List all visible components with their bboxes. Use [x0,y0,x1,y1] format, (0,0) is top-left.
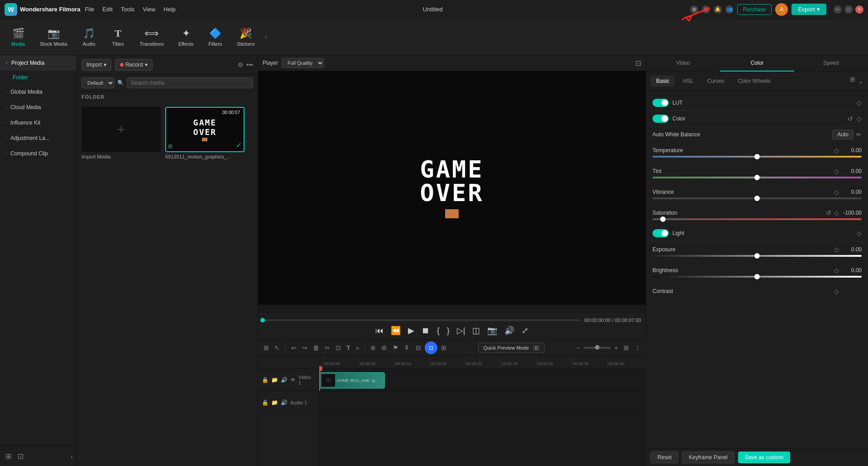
fullscreen-button[interactable]: ⤢ [522,326,528,336]
reset-button[interactable]: Reset [651,452,678,463]
sidebar-item-influence-kit[interactable]: › Influence Kit [0,115,77,130]
light-toggle[interactable] [652,229,669,237]
avatar[interactable]: A [775,3,788,16]
sidebar-item-project-media[interactable]: ▾ Project Media [0,55,77,71]
video-clip[interactable]: GO GAME 3511_moti...g... [319,372,385,389]
track-audio-icon[interactable]: 🔊 [281,377,288,383]
lut-toggle[interactable] [652,99,669,107]
save-custom-button[interactable]: Save as custom [738,452,790,463]
tool-media[interactable]: 🎬 Media [5,25,32,49]
notification-icon[interactable]: 🔔 [714,5,722,14]
add-folder-button[interactable]: ⊞ [4,450,13,462]
auto-wb-button[interactable]: Auto [832,130,854,139]
export-button[interactable]: Export ▾ [791,4,826,15]
light-keyframe-button[interactable]: ◇ [857,230,862,237]
tl-dots-button[interactable]: ⋮ [633,343,643,353]
tl-layout-button[interactable]: ⊞ [622,343,631,353]
vibrance-keyframe-button[interactable]: ◇ [834,188,839,196]
exposure-keyframe-button[interactable]: ◇ [834,246,839,253]
zoom-slider[interactable] [584,347,611,349]
tl-select-button[interactable]: ↖ [273,343,282,353]
move-folder-button[interactable]: ⊡ [16,450,25,462]
out-point-button[interactable]: } [447,326,450,336]
tint-slider[interactable] [652,177,862,178]
collapse-panel-button[interactable]: ‹ [71,450,73,462]
subtab-curves[interactable]: Curves [702,76,730,86]
tl-undo-button[interactable]: ↩ [289,343,298,353]
import-button[interactable]: Import ▾ [82,59,111,71]
people-icon[interactable]: 👥 [725,5,734,14]
frame-back-button[interactable]: ⏪ [391,326,401,336]
vibrance-slider[interactable] [652,197,862,199]
tl-redo-button[interactable]: ↪ [300,343,309,353]
progress-bar[interactable] [263,319,581,321]
tl-grid-button[interactable]: ⊞ [262,343,271,353]
toolbar-more-arrow[interactable]: › [263,33,269,41]
play-button[interactable]: ▶ [408,326,414,336]
saturation-slider[interactable] [652,218,862,220]
tl-flag-button[interactable]: ⚑ [391,343,400,353]
tl-snap-button[interactable]: ⊟ [414,343,423,353]
tint-keyframe-button[interactable]: ◇ [834,168,839,175]
tl-split-button[interactable]: ⊕ [369,343,378,353]
record-button[interactable]: Record ▾ [115,59,153,71]
brightness-keyframe-button[interactable]: ◇ [834,267,839,274]
auto-wb-edit-button[interactable]: ✏ [856,131,862,138]
tool-audio[interactable]: 🎵 Audio [76,25,103,49]
tab-speed[interactable]: Speed [794,55,868,72]
track-folder-icon[interactable]: 📁 [271,377,278,383]
menu-edit[interactable]: Edit [102,6,112,13]
tab-video[interactable]: Video [646,55,720,72]
panel-expand-button[interactable]: ⌄ [858,76,863,86]
tl-record2-button[interactable]: 🎙 [402,343,412,353]
sidebar-item-global-media[interactable]: › Global Media [0,84,77,100]
menu-tools[interactable]: Tools [121,6,134,13]
settings-icon[interactable]: ⊞ [690,5,698,14]
subtab-color-wheels[interactable]: Color Wheels [733,76,776,86]
subtab-hsl[interactable]: HSL [677,76,699,86]
temperature-keyframe-button[interactable]: ◇ [834,147,839,154]
expand-panel-icon[interactable]: ⊞ [850,76,855,86]
quality-select[interactable]: Full Quality [282,58,324,68]
mark-button[interactable]: ◫ [472,326,480,336]
tool-filters[interactable]: 🔷 Filters [201,25,229,49]
close-button[interactable]: ✕ [855,5,863,14]
minimize-button[interactable]: ─ [834,5,842,14]
tab-color[interactable]: Color [720,55,794,72]
menu-file[interactable]: File [85,6,94,13]
add-to-timeline-button[interactable]: ▷| [457,326,465,336]
import-media-card[interactable]: + Import Media [82,107,161,159]
preview-view-button[interactable]: ⊡ [635,59,641,67]
tl-more-button[interactable]: » [354,343,361,353]
skip-back-button[interactable]: ⏮ [375,326,384,336]
sidebar-item-adjustment[interactable]: › Adjustment La... [0,130,77,146]
track-lock-icon[interactable]: 🔒 [262,377,269,383]
purchase-button[interactable]: Purchase [737,4,772,15]
tl-ai-button[interactable]: ⊞ [439,343,448,353]
maximize-button[interactable]: □ [844,5,853,14]
tool-titles[interactable]: T Titles [105,25,132,49]
color-keyframe-button[interactable]: ◇ [857,115,862,122]
keyframe-panel-button[interactable]: Keyframe Panel [682,452,734,463]
filter-button[interactable]: ⚙ [238,61,244,68]
color-toggle[interactable] [652,115,669,123]
menu-view[interactable]: View [143,6,155,13]
color-reset-button[interactable]: ↺ [848,115,853,122]
more-options-button[interactable]: ••• [246,61,253,68]
search-input[interactable] [127,77,253,88]
tl-cut-button[interactable]: ✂ [323,343,332,353]
video-media-card[interactable]: GAME OVER 00:00:07 ⊞ ✓ 6913511_motion_gr… [165,107,245,159]
tool-effects[interactable]: ✦ Effects [172,25,200,49]
menu-help[interactable]: Help [163,6,176,13]
stop-button[interactable]: ⏹ [422,326,430,336]
sidebar-item-folder[interactable]: Folder [0,71,77,84]
exposure-slider[interactable] [652,255,862,257]
lut-keyframe-button[interactable]: ◇ [857,99,862,106]
in-point-button[interactable]: { [437,326,440,336]
track-folder2-icon[interactable]: 📁 [271,399,278,406]
tool-stock-media[interactable]: 📷 Stock Media [34,25,74,49]
tl-clip-button[interactable]: ⊡ [425,341,437,354]
temperature-slider[interactable] [652,156,862,158]
saturation-keyframe-button[interactable]: ◇ [834,209,839,216]
tl-delete-button[interactable]: 🗑 [311,343,321,353]
